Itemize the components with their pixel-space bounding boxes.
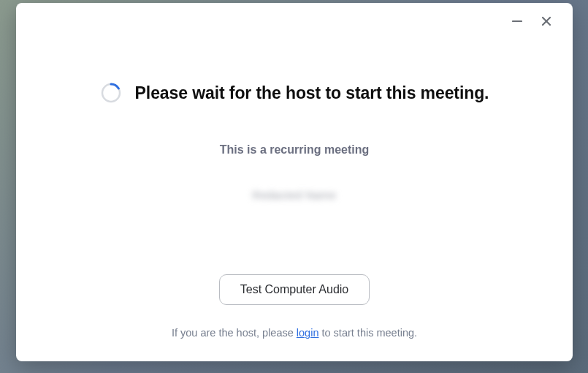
dialog-content: Please wait for the host to start this m… [16, 39, 573, 361]
host-hint: If you are the host, please login to sta… [172, 327, 417, 339]
recurring-subheading: This is a recurring meeting [220, 143, 370, 157]
titlebar [16, 3, 573, 39]
waiting-room-dialog: Please wait for the host to start this m… [16, 3, 573, 361]
test-computer-audio-button[interactable]: Test Computer Audio [219, 274, 370, 305]
spinner-icon [100, 82, 122, 104]
hint-suffix: to start this meeting. [318, 327, 417, 339]
minimize-icon [512, 16, 522, 26]
meeting-name: Redacted Name [253, 189, 337, 201]
waiting-heading: Please wait for the host to start this m… [135, 83, 489, 103]
login-link[interactable]: login [297, 327, 319, 339]
heading-row: Please wait for the host to start this m… [100, 82, 489, 104]
close-button[interactable] [541, 15, 552, 27]
hint-prefix: If you are the host, please [172, 327, 297, 339]
close-icon [541, 16, 551, 26]
minimize-button[interactable] [511, 15, 523, 27]
